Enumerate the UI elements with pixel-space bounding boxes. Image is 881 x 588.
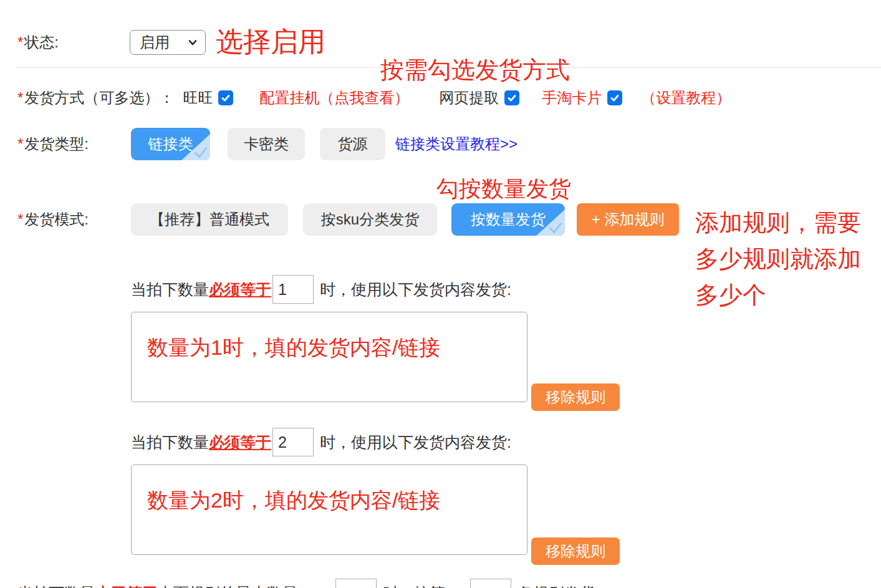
partial-prefix: 当拍下数量 — [17, 583, 95, 588]
selected-check-icon — [193, 144, 209, 160]
quantity-mode-annotation: 勾按数量发货 — [436, 174, 571, 205]
rule-1-remove-button[interactable]: 移除规则 — [531, 383, 620, 411]
add-rule-annotation: 添加规则，需要多少规则就添加多少个 — [695, 205, 877, 313]
type-button-card[interactable]: 卡密类 — [228, 128, 305, 160]
type-label: *发货类型: — [17, 134, 131, 154]
rule-1-quantity-input[interactable] — [272, 275, 314, 304]
web-extract-label: 网页提取 — [439, 88, 499, 108]
rule-2-condition: 必须等于 — [209, 432, 271, 453]
rule-2-content-annotation: 数量为2时，填的发货内容/链接 — [147, 486, 440, 515]
add-rule-button[interactable]: + 添加规则 — [577, 203, 679, 236]
partial-quantity-input-1[interactable] — [335, 579, 377, 588]
required-asterisk: * — [17, 211, 23, 228]
delivery-type-row: *发货类型: 链接类 卡密类 货源 链接类设置教程>> — [17, 128, 518, 160]
rule-1-content-annotation: 数量为1时，填的发货内容/链接 — [147, 334, 440, 362]
method-annotation: 按需勾选发货方式 — [380, 54, 570, 86]
rule-2-condition-row: 当拍下数量必须等于时，使用以下发货内容发货: — [131, 428, 511, 456]
shoutao-card-checkbox[interactable] — [607, 90, 622, 105]
check-icon — [507, 93, 517, 103]
chevron-down-icon — [188, 37, 198, 47]
mode-button-sku-label: 按sku分类发货 — [321, 210, 419, 229]
partial-condition: 大于等于 — [95, 583, 158, 588]
rule-2-suffix: 时，使用以下发货内容发货: — [320, 432, 511, 453]
wangwang-checkbox[interactable] — [218, 90, 233, 105]
type-button-link[interactable]: 链接类 — [131, 128, 210, 160]
status-select-value: 启用 — [140, 32, 188, 52]
required-asterisk: * — [17, 89, 23, 106]
mode-button-normal[interactable]: 【推荐】普通模式 — [131, 203, 288, 236]
next-rule-row-clipped: 当拍下数量大于等于上面规则的最大数量时，按第条规则发货 — [17, 579, 595, 588]
method-label-text: 发货方式（可多选）： — [24, 89, 174, 106]
type-button-source-label: 货源 — [338, 134, 368, 154]
rule-1-suffix: 时，使用以下发货内容发货: — [320, 279, 511, 300]
delivery-method-row: *发货方式（可多选）： 旺旺 配置挂机（点我查看） 网页提取 手淘卡片 （设置教… — [17, 88, 731, 108]
config-hangup-link[interactable]: 配置挂机（点我查看） — [259, 88, 409, 108]
rule-1-condition: 必须等于 — [209, 279, 271, 300]
rule-2-quantity-input[interactable] — [272, 428, 314, 456]
link-type-tutorial-link[interactable]: 链接类设置教程>> — [395, 134, 518, 154]
rule-1-remove-label: 移除规则 — [546, 387, 605, 407]
rule-1-content-textarea[interactable]: 数量为1时，填的发货内容/链接 — [131, 312, 527, 402]
status-select[interactable]: 启用 — [130, 30, 206, 55]
mode-button-sku[interactable]: 按sku分类发货 — [303, 203, 437, 236]
status-label-text: 状态: — [24, 34, 59, 51]
setup-tutorial-link[interactable]: （设置教程） — [641, 88, 731, 108]
partial-suffix: 条规则发货 — [518, 583, 595, 588]
wangwang-label: 旺旺 — [183, 88, 213, 108]
status-label: *状态: — [17, 32, 130, 52]
check-icon — [610, 93, 620, 103]
rule-2-remove-button[interactable]: 移除规则 — [531, 537, 620, 565]
rule-2-prefix: 当拍下数量 — [131, 432, 209, 453]
mode-label: *发货模式: — [17, 210, 131, 229]
rule-1-condition-row: 当拍下数量必须等于时，使用以下发货内容发货: — [131, 275, 511, 304]
method-label: *发货方式（可多选）： — [17, 88, 174, 108]
type-button-card-label: 卡密类 — [244, 134, 289, 154]
partial-text: 上面规则的最大数量 — [158, 583, 298, 588]
partial-quantity-input-2[interactable] — [470, 579, 511, 588]
mode-label-text: 发货模式: — [24, 211, 89, 228]
delivery-mode-row: *发货模式: 【推荐】普通模式 按sku分类发货 按数量发货 + 添加规则 — [17, 203, 679, 236]
required-asterisk: * — [17, 135, 23, 152]
status-annotation: 选择启用 — [216, 24, 325, 60]
type-label-text: 发货类型: — [24, 135, 89, 152]
shoutao-card-label: 手淘卡片 — [542, 88, 602, 108]
rule-1-prefix: 当拍下数量 — [131, 279, 209, 300]
selected-check-icon — [547, 219, 564, 236]
add-rule-button-label: + 添加规则 — [592, 210, 665, 229]
mode-button-quantity[interactable]: 按数量发货 — [451, 203, 565, 236]
mode-button-quantity-label: 按数量发货 — [471, 210, 546, 229]
check-icon — [221, 93, 231, 103]
web-extract-checkbox[interactable] — [504, 90, 519, 105]
status-row: *状态: 启用 选择启用 — [17, 24, 325, 60]
rule-2-remove-label: 移除规则 — [546, 541, 605, 561]
partial-mid-text: 时，按第 — [383, 583, 445, 588]
type-button-source[interactable]: 货源 — [320, 128, 385, 160]
mode-button-normal-label: 【推荐】普通模式 — [150, 210, 269, 229]
required-asterisk: * — [17, 34, 23, 51]
rule-2-content-textarea[interactable]: 数量为2时，填的发货内容/链接 — [131, 465, 527, 555]
delivery-settings-form: *状态: 启用 选择启用 按需勾选发货方式 *发货方式（可多选）： 旺旺 配置挂… — [0, 0, 881, 588]
